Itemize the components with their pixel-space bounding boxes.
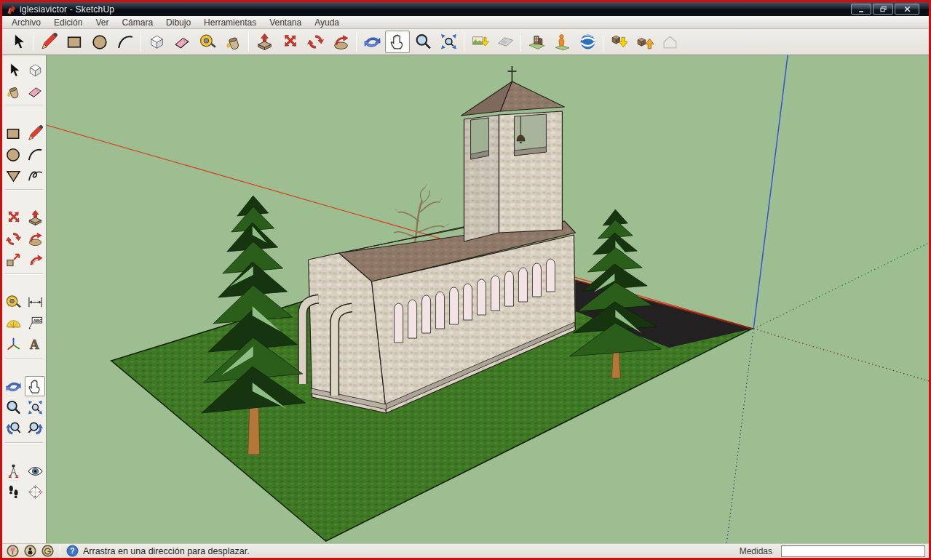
menu-dibujo[interactable]: Dibujo xyxy=(159,17,197,28)
left-walk-button[interactable] xyxy=(3,481,23,502)
share-model-button[interactable] xyxy=(632,31,657,53)
getting-started-toolbar xyxy=(2,29,929,55)
left-look-around-button[interactable] xyxy=(25,460,45,481)
toolbar-separator xyxy=(5,439,43,443)
left-rotate-button[interactable] xyxy=(3,228,23,249)
svg-text:A: A xyxy=(29,337,39,352)
get-models-button[interactable] xyxy=(606,31,631,53)
left-circle-button[interactable] xyxy=(3,144,23,164)
left-select-tool-button[interactable] xyxy=(3,60,23,80)
toolbar-separator xyxy=(356,32,357,52)
left-tape-measure-button[interactable] xyxy=(3,292,23,312)
menu-ventana[interactable]: Ventana xyxy=(263,17,308,28)
restore-button[interactable] xyxy=(873,4,893,15)
geolocation-status-icon[interactable] xyxy=(6,544,20,558)
left-section-plane-button[interactable] xyxy=(25,481,45,502)
eraser-tool-button[interactable] xyxy=(170,31,194,53)
left-previous-view-button[interactable] xyxy=(3,418,23,439)
google-earth-button[interactable] xyxy=(575,31,600,53)
status-bar: ? Arrastra en una dirección para desplaz… xyxy=(2,543,929,558)
toolbar-separator xyxy=(5,355,43,359)
building-maker-button xyxy=(657,31,682,53)
left-pan-button[interactable] xyxy=(25,376,45,396)
help-icon[interactable]: ? xyxy=(66,544,79,558)
claim-credit-icon[interactable] xyxy=(23,544,37,558)
left-3d-text-button[interactable]: A xyxy=(25,334,45,354)
toolbar-separator xyxy=(520,32,521,52)
rotate-tool-button[interactable] xyxy=(303,31,328,53)
select-tool-button[interactable] xyxy=(5,31,30,53)
model-viewport[interactable] xyxy=(47,55,929,543)
toolbar-separator xyxy=(5,186,43,190)
left-arc-button[interactable] xyxy=(25,144,45,164)
sign-in-icon[interactable] xyxy=(41,544,55,558)
large-tool-set: ABC A xyxy=(2,55,47,543)
left-offset-button[interactable] xyxy=(25,249,45,270)
left-scale-button[interactable] xyxy=(3,249,23,270)
zoom-extents-button[interactable] xyxy=(436,31,461,53)
orbit-tool-button[interactable] xyxy=(360,31,384,53)
toolbar-separator xyxy=(33,32,33,52)
toolbar-separator xyxy=(464,32,464,52)
push-pull-tool-button[interactable] xyxy=(252,31,277,53)
measurements-label: Medidas xyxy=(740,546,777,556)
left-next-view-button[interactable] xyxy=(25,418,45,439)
sketchup-window: iglesiavictor - SketchUp Archivo Edición… xyxy=(0,0,931,560)
photo-textures-button[interactable] xyxy=(524,31,549,53)
zoom-tool-button[interactable] xyxy=(411,31,435,53)
statusbar-separator xyxy=(60,545,60,557)
toolbar-separator xyxy=(603,32,603,52)
circle-tool-button[interactable] xyxy=(87,31,112,53)
sketchup-logo-icon xyxy=(6,4,16,15)
left-zoom-extents-button[interactable] xyxy=(25,397,45,417)
left-orbit-button[interactable] xyxy=(3,376,23,396)
minimize-button[interactable] xyxy=(851,4,871,15)
rectangle-tool-button[interactable] xyxy=(62,31,87,53)
line-tool-button[interactable] xyxy=(36,31,61,53)
left-push-pull-button[interactable] xyxy=(25,207,45,228)
pan-tool-button[interactable] xyxy=(385,31,410,53)
left-zoom-button[interactable] xyxy=(3,397,23,417)
toggle-terrain-button[interactable] xyxy=(493,31,518,53)
toolbar-separator xyxy=(5,271,43,274)
menu-camara[interactable]: Cámara xyxy=(115,17,159,28)
close-button[interactable] xyxy=(895,4,919,15)
tape-measure-tool-button[interactable] xyxy=(195,31,220,53)
left-axes-button[interactable] xyxy=(3,334,23,354)
menu-archivo[interactable]: Archivo xyxy=(5,17,47,28)
arc-tool-button[interactable] xyxy=(113,31,138,53)
left-paint-bucket-button[interactable] xyxy=(3,81,23,101)
left-freehand-button[interactable] xyxy=(25,165,45,185)
paint-bucket-tool-button[interactable] xyxy=(221,31,245,53)
3d-scene[interactable] xyxy=(47,55,929,543)
toolbar-separator xyxy=(5,102,43,105)
svg-text:ABC: ABC xyxy=(33,318,41,322)
left-polygon-button[interactable] xyxy=(3,165,23,185)
measurements-input[interactable] xyxy=(781,545,925,557)
menu-ayuda[interactable]: Ayuda xyxy=(308,17,346,28)
follow-me-tool-button[interactable] xyxy=(328,31,353,53)
left-text-button[interactable]: ABC xyxy=(25,313,45,333)
left-protractor-button[interactable] xyxy=(3,313,23,333)
left-position-camera-button[interactable] xyxy=(3,460,23,481)
toolbar-separator xyxy=(248,32,249,52)
move-tool-button[interactable] xyxy=(277,31,302,53)
menu-bar: Archivo Edición Ver Cámara Dibujo Herram… xyxy=(2,16,929,29)
left-eraser-button[interactable] xyxy=(25,81,45,101)
get-current-view-button[interactable] xyxy=(467,31,492,53)
left-line-button[interactable] xyxy=(25,123,45,143)
add-location-button[interactable] xyxy=(550,31,574,53)
left-follow-me-button[interactable] xyxy=(25,228,45,249)
menu-edicion[interactable]: Edición xyxy=(47,17,89,28)
left-move-button[interactable] xyxy=(3,207,23,228)
window-controls xyxy=(851,4,925,15)
left-dimensions-button[interactable] xyxy=(25,292,45,312)
tool-hint-text: Arrastra en una dirección para desplazar… xyxy=(83,546,250,556)
make-component-button[interactable] xyxy=(144,31,169,53)
menu-herramientas[interactable]: Herramientas xyxy=(197,17,263,28)
menu-ver[interactable]: Ver xyxy=(89,17,115,28)
svg-text:?: ? xyxy=(70,547,74,555)
title-bar[interactable]: iglesiavictor - SketchUp xyxy=(2,2,929,16)
left-rectangle-button[interactable] xyxy=(3,123,23,143)
left-make-component-button[interactable] xyxy=(25,60,45,80)
